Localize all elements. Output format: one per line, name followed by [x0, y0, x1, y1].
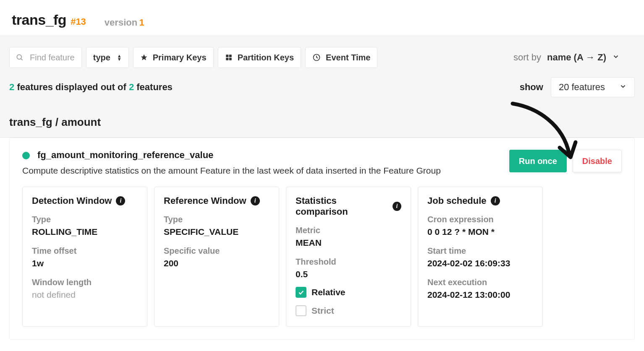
- checkbox-unchecked-icon: [296, 305, 306, 316]
- svg-line-1: [21, 59, 23, 60]
- card-actions: Run once Disable: [509, 150, 622, 172]
- type-filter-label: type: [93, 53, 110, 62]
- version-label: version: [105, 17, 137, 28]
- primary-keys-label: Primary Keys: [153, 53, 207, 62]
- field-label: Threshold: [296, 257, 401, 267]
- panel-title: Reference Window: [164, 195, 246, 206]
- breadcrumb: trans_fg / amount: [0, 107, 644, 137]
- svg-rect-5: [226, 58, 228, 60]
- chevron-down-icon: [619, 83, 627, 92]
- reference-type-value: SPECIFIC_VALUE: [164, 227, 270, 237]
- count-row: 2 features displayed out of 2 features s…: [0, 75, 644, 107]
- reference-specific-value: 200: [164, 258, 270, 268]
- primary-keys-filter-button[interactable]: Primary Keys: [133, 47, 214, 68]
- detection-window-panel: Detection Window i Type ROLLING_TIME Tim…: [22, 187, 147, 327]
- show-label: show: [520, 82, 543, 93]
- panel-title: Statistics comparison: [296, 195, 388, 217]
- svg-rect-4: [229, 55, 231, 57]
- partition-keys-filter-button[interactable]: Partition Keys: [218, 47, 301, 68]
- field-label: Cron expression: [427, 215, 533, 224]
- reference-window-panel: Reference Window i Type SPECIFIC_VALUE S…: [154, 187, 279, 327]
- detection-type-value: ROLLING_TIME: [32, 227, 138, 237]
- run-once-button[interactable]: Run once: [509, 150, 567, 172]
- field-label: Metric: [296, 226, 401, 235]
- info-icon[interactable]: i: [116, 196, 125, 205]
- monitoring-title: fg_amount_monitoring_reference_value: [37, 150, 502, 161]
- partition-keys-label: Partition Keys: [238, 53, 294, 62]
- panel-title: Detection Window: [32, 195, 112, 206]
- event-time-filter-button[interactable]: Event Time: [305, 47, 377, 68]
- field-label: Type: [32, 215, 138, 224]
- schedule-next-value: 2024-02-12 13:00:00: [427, 290, 533, 300]
- svg-point-0: [17, 55, 21, 59]
- event-time-label: Event Time: [326, 53, 370, 62]
- field-label: Window length: [32, 278, 138, 287]
- stats-threshold-value: 0.5: [296, 269, 401, 279]
- detection-offset-value: 1w: [32, 258, 138, 268]
- sort-by-value: name (A → Z): [547, 52, 606, 63]
- relative-label: Relative: [312, 287, 346, 297]
- svg-rect-3: [226, 55, 228, 57]
- field-label: Start time: [427, 246, 533, 256]
- sort-arrows-icon: ▲▼: [117, 54, 122, 61]
- search-icon: [16, 53, 24, 62]
- detection-length-value: not defined: [32, 290, 138, 300]
- sort-by-label: sort by: [513, 52, 541, 63]
- stats-metric-value: MEAN: [296, 238, 401, 248]
- partition-icon: [225, 54, 233, 61]
- info-icon[interactable]: i: [491, 196, 500, 205]
- panel-title: Job schedule: [427, 195, 487, 206]
- star-icon: [140, 54, 148, 61]
- feature-group-id-tag: #13: [71, 16, 86, 27]
- relative-checkbox-row[interactable]: Relative: [296, 287, 401, 298]
- svg-marker-2: [141, 55, 147, 60]
- title-group: trans_fg #13: [12, 12, 86, 28]
- info-icon[interactable]: i: [393, 202, 401, 211]
- disable-button[interactable]: Disable: [573, 150, 622, 172]
- schedule-cron-value: 0 0 12 ? * MON *: [427, 227, 533, 237]
- filter-toolbar: Find feature type ▲▼ Primary Keys Partit…: [0, 36, 644, 75]
- statistics-comparison-panel: Statistics comparison i Metric MEAN Thre…: [286, 187, 411, 327]
- strict-label: Strict: [312, 306, 334, 316]
- sort-by-select[interactable]: sort by name (A → Z): [513, 52, 635, 63]
- panels-row: Detection Window i Type ROLLING_TIME Tim…: [22, 187, 622, 327]
- show-group: show 20 features: [520, 77, 635, 97]
- count-mid: features displayed out of: [17, 82, 126, 92]
- strict-checkbox-row[interactable]: Strict: [296, 305, 401, 316]
- page-header: trans_fg #13 version 1: [0, 0, 644, 36]
- count-tail: features: [136, 82, 173, 92]
- card-header: fg_amount_monitoring_reference_value Com…: [22, 150, 622, 176]
- status-indicator-dot: [22, 152, 30, 159]
- feature-group-name: trans_fg: [12, 12, 66, 28]
- schedule-start-value: 2024-02-02 16:09:33: [427, 258, 533, 268]
- show-count-value: 20 features: [559, 82, 605, 93]
- job-schedule-panel: Job schedule i Cron expression 0 0 12 ? …: [418, 187, 543, 327]
- clock-icon: [312, 53, 321, 62]
- version-number: 1: [139, 17, 144, 28]
- version-indicator: version 1: [105, 17, 144, 28]
- chevron-down-icon: [612, 53, 620, 62]
- count-total: 2: [129, 82, 134, 92]
- monitoring-description: Compute descriptive statistics on the am…: [22, 166, 502, 176]
- svg-rect-6: [229, 58, 231, 60]
- controls-area: Find feature type ▲▼ Primary Keys Partit…: [0, 36, 644, 138]
- field-label: Time offset: [32, 246, 138, 256]
- info-icon[interactable]: i: [251, 196, 260, 205]
- field-label: Type: [164, 215, 270, 224]
- feature-count-text: 2 features displayed out of 2 features: [9, 82, 173, 93]
- search-input[interactable]: Find feature: [9, 47, 82, 68]
- checkbox-checked-icon: [296, 287, 306, 298]
- search-placeholder: Find feature: [30, 53, 75, 62]
- card-title-column: fg_amount_monitoring_reference_value Com…: [37, 150, 502, 176]
- count-displayed: 2: [9, 82, 14, 92]
- field-label: Specific value: [164, 246, 270, 256]
- field-label: Next execution: [427, 278, 533, 287]
- monitoring-card: fg_amount_monitoring_reference_value Com…: [9, 138, 635, 340]
- show-count-select[interactable]: 20 features: [551, 77, 635, 97]
- type-filter-select[interactable]: type ▲▼: [86, 47, 129, 68]
